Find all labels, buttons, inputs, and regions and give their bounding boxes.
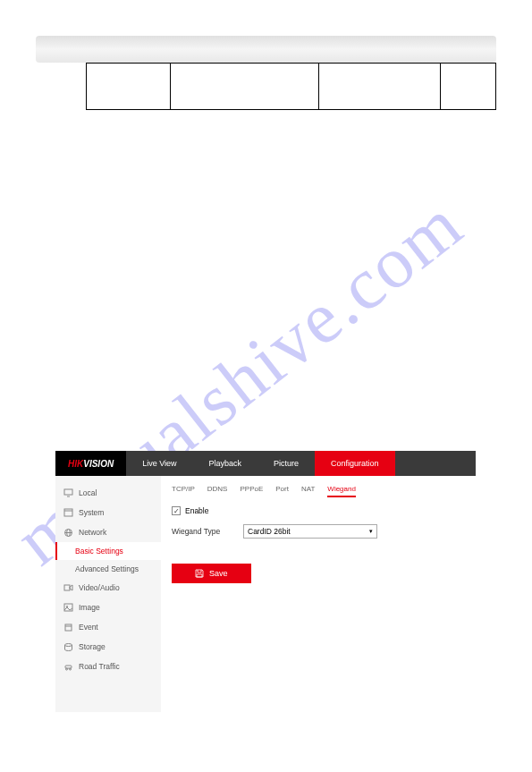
globe-icon xyxy=(63,527,73,538)
tab-tcpip[interactable]: TCP/IP xyxy=(172,485,195,497)
nav-configuration[interactable]: Configuration xyxy=(315,451,395,476)
event-icon xyxy=(63,622,73,632)
nav-picture[interactable]: Picture xyxy=(258,451,315,476)
sidebar-item-label: System xyxy=(79,508,104,517)
settings-tabs: TCP/IP DDNS PPPoE Port NAT Wiegand xyxy=(172,485,465,497)
wiegand-type-label: Wiegand Type xyxy=(172,527,243,536)
traffic-icon xyxy=(63,661,73,672)
tab-nat[interactable]: NAT xyxy=(301,485,315,497)
monitor-icon xyxy=(63,488,73,498)
sidebar-item-label: Local xyxy=(79,488,97,497)
sidebar-item-network[interactable]: Network xyxy=(55,522,161,542)
save-button[interactable]: Save xyxy=(172,564,251,583)
storage-icon xyxy=(63,641,73,652)
nav-playback[interactable]: Playback xyxy=(193,451,258,476)
wiegand-type-select[interactable]: CardID 26bit ▾ xyxy=(243,524,377,539)
top-empty-table xyxy=(86,63,496,110)
video-icon xyxy=(63,582,73,593)
svg-rect-10 xyxy=(65,624,72,631)
page-header-bar xyxy=(36,36,496,63)
logo-prefix: HIK xyxy=(68,459,83,469)
nav-live-view[interactable]: Live View xyxy=(126,451,192,476)
select-value: CardID 26bit xyxy=(248,527,291,536)
sidebar-item-label: Image xyxy=(79,603,100,612)
tab-port[interactable]: Port xyxy=(275,485,289,497)
svg-rect-0 xyxy=(64,489,72,495)
svg-rect-13 xyxy=(65,666,72,668)
enable-checkbox[interactable]: ✓ xyxy=(172,506,181,515)
logo-suffix: VISION xyxy=(83,459,114,469)
svg-point-12 xyxy=(64,643,72,646)
content-panel: TCP/IP DDNS PPPoE Port NAT Wiegand ✓ Ena… xyxy=(161,476,476,712)
sidebar-item-road-traffic[interactable]: Road Traffic xyxy=(55,657,161,676)
sidebar-item-label: Road Traffic xyxy=(79,662,120,671)
sidebar-item-event[interactable]: Event xyxy=(55,617,161,637)
chevron-down-icon: ▾ xyxy=(369,528,373,535)
sidebar-item-storage[interactable]: Storage xyxy=(55,637,161,657)
tab-pppoe[interactable]: PPPoE xyxy=(240,485,263,497)
top-navigation: HIKVISION Live View Playback Picture Con… xyxy=(55,451,476,476)
svg-rect-7 xyxy=(64,585,70,590)
image-icon xyxy=(63,602,73,613)
save-icon xyxy=(195,569,204,578)
sidebar-item-local[interactable]: Local xyxy=(55,483,161,503)
sidebar-sub-advanced-settings[interactable]: Advanced Settings xyxy=(55,560,161,578)
sidebar-item-system[interactable]: System xyxy=(55,503,161,522)
save-button-label: Save xyxy=(209,569,228,578)
enable-label: Enable xyxy=(185,506,208,515)
svg-point-14 xyxy=(65,668,67,670)
tab-wiegand[interactable]: Wiegand xyxy=(327,485,356,497)
app-screenshot: HIKVISION Live View Playback Picture Con… xyxy=(55,451,476,712)
sidebar-item-label: Event xyxy=(79,623,98,632)
sidebar-item-video-audio[interactable]: Video/Audio xyxy=(55,578,161,598)
svg-rect-2 xyxy=(64,509,72,516)
window-icon xyxy=(63,507,73,518)
svg-rect-8 xyxy=(64,604,72,611)
sidebar-sub-basic-settings[interactable]: Basic Settings xyxy=(55,542,161,560)
svg-point-15 xyxy=(69,668,71,670)
sidebar-item-label: Storage xyxy=(79,642,106,651)
enable-row: ✓ Enable xyxy=(172,506,465,515)
sidebar-item-image[interactable]: Image xyxy=(55,598,161,617)
wiegand-type-row: Wiegand Type CardID 26bit ▾ xyxy=(172,524,465,539)
sidebar-item-label: Network xyxy=(79,528,106,537)
sidebar: Local System Network Basic Settings Adva… xyxy=(55,476,161,712)
sidebar-item-label: Video/Audio xyxy=(79,583,120,592)
tab-ddns[interactable]: DDNS xyxy=(207,485,228,497)
logo: HIKVISION xyxy=(55,451,126,476)
